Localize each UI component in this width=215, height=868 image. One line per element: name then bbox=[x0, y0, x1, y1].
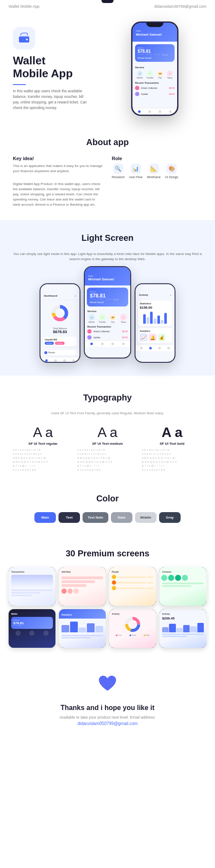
bar-2 bbox=[147, 317, 149, 324]
role-userflow: 📊 User Flow bbox=[129, 164, 143, 179]
analytics-icon-3: 💰 bbox=[158, 334, 166, 341]
phone-services: 🛒 Market ↔ Transfer 💳 Pay + Topup bbox=[132, 70, 177, 80]
screen-thumb-7: Activity Food Travel Shop bbox=[109, 609, 156, 648]
typo-bold-label: SF UI Text bold bbox=[142, 442, 202, 446]
bar-7 bbox=[164, 313, 167, 324]
center-svc-icon-2: ↔ bbox=[99, 314, 106, 321]
center-phone-mockup: Hello, Michael Samuel Balance $78.81 ***… bbox=[84, 266, 131, 358]
dashboard-balance-amount: $678.83 bbox=[41, 330, 79, 334]
center-trans-2: Update -$3.00 bbox=[85, 334, 130, 340]
screens-row-1: Transactions Add New bbox=[9, 567, 206, 606]
center-phone-balance: $78.81 bbox=[90, 293, 125, 299]
role-wireframe: 📐 Wireframe bbox=[147, 164, 160, 179]
center-services: 🛒 Market ↔ Transfer 💳 Pay + Topup bbox=[85, 313, 130, 324]
typography-title: Typography bbox=[13, 393, 202, 403]
typo-regular: A a SF UI Text regular a b c d e f g h i… bbox=[13, 425, 73, 472]
dashboard-balance: Total Balance $678.83 bbox=[40, 326, 80, 335]
phone-card-holder: Michael Samuel bbox=[138, 57, 172, 59]
bar-3 bbox=[150, 312, 153, 324]
analytics-label: Analytics bbox=[140, 330, 170, 332]
center-trans-icon-1 bbox=[87, 329, 92, 334]
center-trans-icon-2 bbox=[87, 335, 92, 340]
center-trans-name-1: Artistic Collection bbox=[93, 330, 122, 333]
center-svc-1: 🛒 Market bbox=[88, 314, 95, 323]
typo-regular-label: SF UI Text regular bbox=[13, 442, 73, 446]
role-uidesign: 🎨 UI Design bbox=[165, 164, 178, 179]
key-idea-detail: Digital Wallet App Product. In this wall… bbox=[13, 182, 103, 207]
activity-screen: Activity ≡ Statistics $158.00 bbox=[135, 284, 175, 362]
nav-dot-1 bbox=[138, 110, 141, 113]
center-nav-4 bbox=[122, 343, 125, 345]
uidesign-icon: 🎨 bbox=[166, 164, 177, 174]
wireframe-icon: 📐 bbox=[149, 164, 159, 174]
userflow-icon: 📊 bbox=[131, 164, 141, 174]
center-svc-3: 💳 Pay bbox=[109, 314, 116, 323]
service-market: 🛒 Market bbox=[137, 70, 143, 79]
trans-name-2: Update bbox=[141, 93, 169, 95]
act-nav-3 bbox=[158, 347, 161, 349]
about-title: About app bbox=[13, 137, 202, 147]
light-screen-desc: You can simply use light mode in this ap… bbox=[9, 252, 206, 262]
color-section: Color Main Text Text Note Dark Middle Gr… bbox=[0, 485, 215, 536]
nav-wallet bbox=[54, 359, 57, 362]
phone-service-label: Service bbox=[132, 64, 177, 70]
center-trans-amt-1: -$8.50 bbox=[122, 330, 128, 333]
typo-medium-chars: a b c d e f g h i j k l m n o p q r s t … bbox=[77, 448, 138, 472]
dashboard-nav bbox=[40, 357, 80, 362]
service-pay: 💳 Pay bbox=[157, 70, 163, 79]
transfer-icon: ↔ bbox=[147, 70, 153, 76]
dashboard-screen: Dashboard ≡ Total Balance $678.83 bbox=[40, 284, 80, 362]
bar-5 bbox=[157, 316, 160, 324]
role-title: Role bbox=[112, 156, 202, 161]
app-name-header: Wallet Mobile App bbox=[9, 4, 40, 9]
trans-icon-2 bbox=[135, 92, 139, 96]
phone-notch bbox=[146, 23, 163, 27]
bar-1 bbox=[143, 314, 146, 324]
donut-chart bbox=[50, 303, 70, 323]
dash-trans-item: Grocery bbox=[43, 350, 77, 355]
phone-user-name: Michael Samuel bbox=[136, 33, 174, 36]
dashboard-menu-icon: ≡ bbox=[75, 294, 76, 297]
activity-menu-icon: ≡ bbox=[170, 294, 171, 296]
hero-right: Hello, Michael Samuel Balance $78.81 ***… bbox=[108, 21, 202, 116]
stats-title: Statistics bbox=[140, 302, 170, 306]
stats-amount: $158.00 bbox=[140, 306, 170, 310]
about-right-col: Role 🔍 Research 📊 User Flow 📐 Wireframe … bbox=[112, 156, 202, 207]
nav-dot-4 bbox=[169, 110, 172, 113]
phone-greeting: Hello, bbox=[136, 30, 174, 32]
phone-nav-bar bbox=[132, 108, 177, 115]
screen-thumb-3: People bbox=[109, 567, 156, 606]
color-middle: Middle bbox=[135, 512, 157, 523]
header-email: didaruislam36799@gmail.com bbox=[154, 4, 206, 9]
nav-dot-3 bbox=[159, 110, 161, 113]
trans-name-1: Artistic Collection bbox=[141, 87, 169, 89]
center-trans-1: Artistic Collection -$8.50 bbox=[85, 328, 130, 334]
role-research: 🔍 Research bbox=[112, 164, 125, 179]
color-text: Text bbox=[58, 512, 80, 523]
color-main: Main bbox=[34, 512, 56, 523]
activity-stats-card: Statistics $158.00 bbox=[138, 300, 172, 326]
hero-phone-mockup: Hello, Michael Samuel Balance $78.81 ***… bbox=[131, 21, 178, 116]
typography-section: Typography Used SF UI Text Font Family, … bbox=[0, 380, 215, 485]
hero-title: Wallet Mobile App bbox=[13, 55, 108, 80]
dashboard-transactions: Grocery bbox=[40, 348, 80, 357]
center-nav-3 bbox=[111, 343, 114, 345]
screen-thumb-4: Contacts bbox=[160, 567, 206, 606]
about-grid: Key idea! This is an application that ma… bbox=[13, 156, 202, 207]
center-phone-screen: Hello, Michael Samuel Balance $78.81 ***… bbox=[85, 267, 130, 358]
act-nav-2 bbox=[149, 347, 152, 349]
color-title: Color bbox=[13, 494, 202, 504]
center-svc-2: ↔ Transfer bbox=[99, 314, 106, 323]
typo-medium-sample: A a bbox=[77, 425, 138, 439]
market-icon: 🛒 bbox=[137, 70, 143, 76]
typo-bold: A a SF UI Text bold a b c d e f g h i j … bbox=[142, 425, 202, 472]
center-phone-greeting: Hello, bbox=[88, 275, 127, 277]
screen-thumb-1: Transactions bbox=[9, 567, 55, 606]
tag-internet: Internet bbox=[55, 342, 64, 345]
center-svc-icon-1: 🛒 bbox=[88, 314, 95, 321]
dashboard-phone: Dashboard ≡ Total Balance $678.83 bbox=[40, 283, 80, 363]
color-text-note: Text Note bbox=[83, 512, 108, 523]
center-card-holder: Michael Samuel bbox=[90, 301, 125, 303]
center-nav-1 bbox=[90, 343, 93, 345]
typo-bold-sample: A a bbox=[142, 425, 202, 439]
